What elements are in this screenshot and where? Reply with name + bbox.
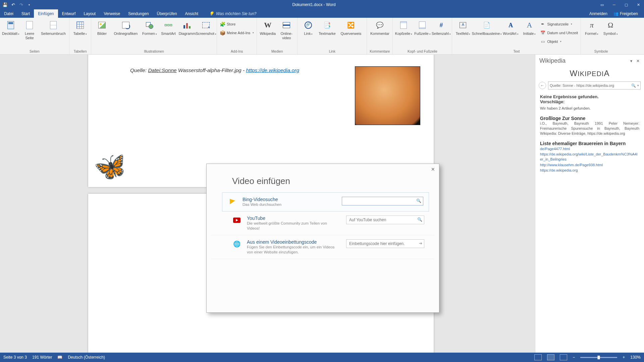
wordart-button[interactable]: AWordArt▾ <box>502 19 519 36</box>
bing-search-input[interactable] <box>342 197 423 205</box>
embed-icon <box>232 239 241 249</box>
insert-arrow-icon[interactable]: ➜ <box>419 241 422 246</box>
tab-layout[interactable]: Layout <box>79 9 100 18</box>
search-icon[interactable]: 🔍 <box>417 217 422 222</box>
close-icon[interactable]: ✕ <box>633 0 644 9</box>
result-1-title[interactable]: Großloge Zur Sonne <box>540 116 639 121</box>
group-label-addins: Add-Ins <box>220 49 254 54</box>
bing-title: Bing-Videosuche <box>243 197 336 202</box>
bing-desc: Das Web durchsuchen <box>243 202 336 207</box>
schnellbausteine-button[interactable]: Schnellbausteine▾ <box>474 19 500 36</box>
fusszeile-button[interactable]: Fußzeile▾ <box>414 19 430 36</box>
status-words[interactable]: 191 Wörter <box>32 355 52 360</box>
group-kommentare: Kommentar Kommentare <box>367 18 393 54</box>
group-symbole: πFormel▾ ΩSymbol▾ Symbole <box>581 18 621 54</box>
maximize-icon[interactable]: ▢ <box>621 0 632 9</box>
ribbon: Deckblatt▾ Leere Seite Seitenumbruch Sei… <box>0 18 644 55</box>
group-label-medien: Medien <box>260 49 294 54</box>
minimize-icon[interactable]: ─ <box>608 0 620 9</box>
status-bar: Seite 3 von 3 191 Wörter 📖 Deutsch (Öste… <box>0 353 644 362</box>
status-language[interactable]: Deutsch (Österreich) <box>68 355 105 360</box>
status-page[interactable]: Seite 3 von 3 <box>3 355 27 360</box>
querverweis-button[interactable]: Querverweis <box>338 19 364 36</box>
group-text: Textfeld▾ Schnellbausteine▾ AWordArt▾ AI… <box>452 18 581 54</box>
view-print-layout-icon[interactable] <box>547 354 554 360</box>
embed-desc: Fügen Sie den Einbettungscode ein, um ei… <box>247 245 341 255</box>
leere-seite-button[interactable]: Leere Seite <box>21 19 38 40</box>
share-button[interactable]: 👥Freigeben <box>613 11 638 16</box>
pane-options-icon[interactable]: ▾ <box>628 58 635 64</box>
group-label-symbole: Symbole <box>584 49 619 54</box>
kopfzeile-button[interactable]: Kopfzeile▾ <box>395 19 412 36</box>
signaturzeile-button[interactable]: Signaturzeile▾ <box>540 20 578 28</box>
pane-back-button[interactable]: ← <box>539 82 546 89</box>
youtube-search-input[interactable] <box>346 216 424 224</box>
result-2-title[interactable]: Liste ehemaliger Brauereien in Bayern <box>540 141 639 146</box>
link-button[interactable]: Link▾ <box>300 19 316 36</box>
video-source-embed[interactable]: Aus einem Videoeinbettungscode Fügen Sie… <box>211 235 434 259</box>
bilder-button[interactable]: Bilder <box>94 19 110 36</box>
initiale-button[interactable]: AInitiale▾ <box>521 19 537 36</box>
tab-verweise[interactable]: Verweise <box>100 9 124 18</box>
video-source-bing[interactable]: Bing-Videosuche Das Web durchsuchen 🔍 <box>222 192 429 212</box>
diagramm-button[interactable]: Diagramm <box>179 19 195 36</box>
textmarke-button[interactable]: Textmarke <box>319 19 335 36</box>
status-proofing-icon[interactable]: 📖 <box>57 355 62 360</box>
qat-customize-icon[interactable]: ▾ <box>27 2 32 7</box>
result-1-snippet: i.O., Bayreuth, Bayreuth 1991 Peter Neme… <box>540 121 639 136</box>
tab-einfuegen[interactable]: Einfügen <box>34 9 58 18</box>
tab-sendungen[interactable]: Sendungen <box>124 9 153 18</box>
video-source-youtube[interactable]: YouTube Die weltweit größte Community zu… <box>211 212 434 235</box>
tab-datei[interactable]: Datei <box>0 9 17 18</box>
pane-search-input[interactable]: Quelle: Sonne - https://de.wikipedia.org… <box>548 81 641 89</box>
result-2-link-1[interactable]: https://de.wikipedia.org/wiki/Liste_der_… <box>540 152 639 162</box>
datum-uhrzeit-button[interactable]: Datum und Uhrzeit <box>540 29 578 37</box>
wikipedia-button[interactable]: WWikipedia <box>260 19 276 36</box>
online-video-button[interactable]: Online-video <box>278 19 294 40</box>
formen-button[interactable]: Formen▾ <box>142 19 158 36</box>
symbol-button[interactable]: ΩSymbol▾ <box>602 19 619 36</box>
zoom-slider[interactable] <box>580 357 617 358</box>
zoom-in-icon[interactable]: + <box>623 355 625 360</box>
tell-me-search[interactable]: 💡 Was möchten Sie tun? <box>202 9 257 18</box>
result-2-link-0[interactable]: de/Page4477.html <box>540 146 639 152</box>
result-2-link-2[interactable]: http://www.klausehm.de/Page938.html <box>540 163 639 168</box>
chevron-down-icon[interactable]: ▾ <box>637 84 639 87</box>
formel-button[interactable]: πFormel▾ <box>584 19 600 36</box>
result-2-link-3[interactable]: https://de.wikipedia.org <box>540 168 639 173</box>
youtube-desc: Die weltweit größte Community zum Teilen… <box>247 221 341 231</box>
group-label-link: Link <box>300 49 364 54</box>
dialog-close-icon[interactable]: ✕ <box>431 167 435 172</box>
pane-close-icon[interactable]: ✕ <box>635 58 641 64</box>
meine-addins-button[interactable]: Meine Add-Ins▾ <box>220 29 254 37</box>
tab-ansicht[interactable]: Ansicht <box>181 9 202 18</box>
kommentar-button[interactable]: Kommentar <box>372 19 388 36</box>
tab-entwurf[interactable]: Entwurf <box>58 9 80 18</box>
embed-code-input[interactable] <box>346 239 424 248</box>
onlinegrafiken-button[interactable]: Onlinegrafiken <box>113 19 139 36</box>
group-kopfzeile: Kopfzeile▾ Fußzeile▾ Seitenzahl▾ Kopf- u… <box>393 18 452 54</box>
undo-icon[interactable]: ↶ <box>11 2 15 7</box>
objekt-button[interactable]: Objekt▾ <box>540 38 578 45</box>
store-button[interactable]: Store <box>220 20 254 28</box>
screenshot-button[interactable]: Screenshot▾ <box>198 19 214 36</box>
tab-start[interactable]: Start <box>17 9 34 18</box>
tabelle-button[interactable]: Tabelle▾ <box>72 19 88 36</box>
view-web-layout-icon[interactable] <box>560 354 567 360</box>
search-icon[interactable]: 🔍 <box>630 83 637 88</box>
textfeld-button[interactable]: Textfeld▾ <box>455 19 471 36</box>
view-read-mode-icon[interactable] <box>534 354 542 360</box>
search-icon[interactable]: 🔍 <box>416 198 421 203</box>
deckblatt-button[interactable]: Deckblatt▾ <box>3 19 19 36</box>
redo-icon[interactable]: ↷ <box>19 2 23 7</box>
zoom-percent[interactable]: 130% <box>630 355 641 360</box>
seitenumbruch-button[interactable]: Seitenumbruch <box>40 19 66 36</box>
tab-ueberpruefen[interactable]: Überprüfen <box>153 9 181 18</box>
ribbon-options-icon[interactable]: ▭ <box>596 0 608 9</box>
save-icon[interactable]: 💾 <box>3 2 7 7</box>
zoom-out-icon[interactable]: − <box>573 355 575 360</box>
group-medien: WWikipedia Online-video Medien <box>257 18 298 54</box>
seitenzahl-button[interactable]: Seitenzahl▾ <box>433 19 449 36</box>
smartart-button[interactable]: SmartArt <box>160 19 176 36</box>
sign-in-link[interactable]: Anmelden <box>589 11 607 16</box>
